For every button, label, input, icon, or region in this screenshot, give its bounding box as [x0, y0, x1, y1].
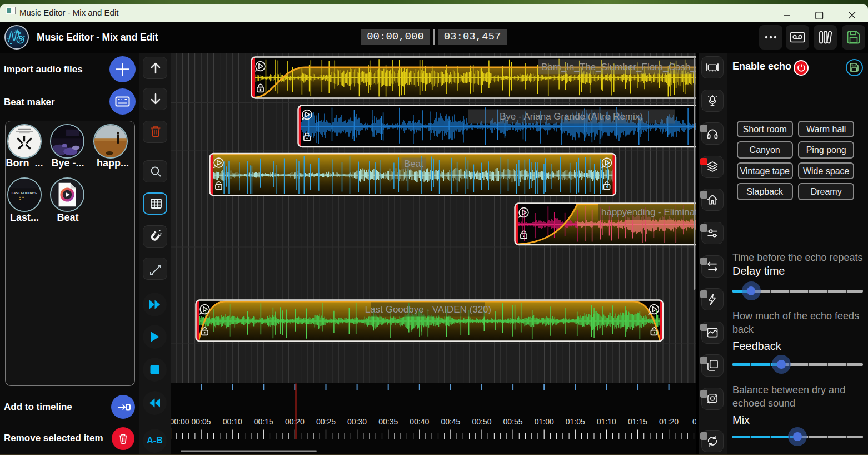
svg-text:Last Goodbye - VAIDEN (320): Last Goodbye - VAIDEN (320)	[365, 304, 491, 315]
svg-text:Born_In_The_Slumber_Flora_Cash: Born_In_The_Slumber_Flora_Cash_Death_S	[541, 62, 696, 72]
svg-text:01:2: 01:2	[692, 417, 696, 426]
svg-text:Bye - Ariana Grande (Altre Rem: Bye - Ariana Grande (Altre Remix)	[500, 111, 643, 122]
svg-text:00:35: 00:35	[378, 417, 398, 426]
svg-text:00:30: 00:30	[347, 417, 367, 426]
svg-text:00:25: 00:25	[316, 417, 336, 426]
svg-text:00:00: 00:00	[171, 417, 189, 426]
svg-text:00:50: 00:50	[472, 417, 491, 426]
svg-text:00:05: 00:05	[192, 417, 211, 426]
svg-text:01:15: 01:15	[628, 417, 647, 426]
svg-text:00:40: 00:40	[410, 417, 429, 426]
svg-text:Beat: Beat	[404, 159, 423, 169]
svg-text:00:15: 00:15	[254, 417, 273, 426]
svg-text:01:00: 01:00	[535, 417, 554, 426]
svg-text:00:55: 00:55	[503, 417, 523, 426]
svg-text:00:45: 00:45	[441, 417, 460, 426]
svg-text:LAST GOODBYE: LAST GOODBYE	[11, 191, 37, 195]
svg-text:01:05: 01:05	[566, 417, 585, 426]
svg-text:00:10: 00:10	[223, 417, 242, 426]
svg-text:happyending - Eliminate: happyending - Eliminate	[601, 207, 696, 217]
svg-text:01:10: 01:10	[597, 417, 616, 426]
svg-text:00:20: 00:20	[285, 417, 305, 426]
svg-text:01:20: 01:20	[659, 417, 679, 426]
